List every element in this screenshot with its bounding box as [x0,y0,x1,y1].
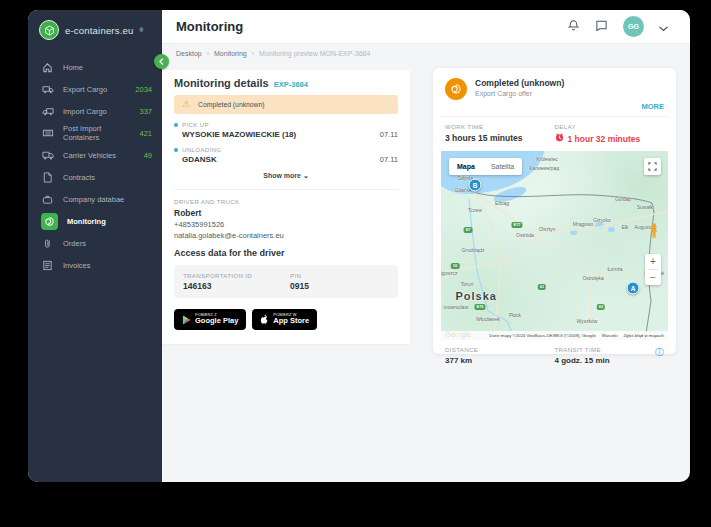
map-fullscreen-button[interactable] [644,158,661,175]
sidebar-item-label: Import Cargo [63,107,107,116]
pickup-label: PICK UP [182,121,209,128]
map-type-satellite-button[interactable]: Satelita [483,163,522,170]
sidebar-item-label: Contracts [63,173,95,182]
import-cargo-icon [41,105,54,118]
transit-time-value: 4 godz. 15 min [555,356,665,365]
access-data-title: Access data for the driver [174,248,398,258]
sidebar-item-contracts[interactable]: Contracts [28,166,162,188]
pickup-location: WYSOKIE MAZOWIECKIE (18) [182,130,296,139]
sidebar-nav: Home Export Cargo 2034 Import Cargo 337 … [28,56,162,276]
map-marker-a[interactable]: A [627,282,640,295]
container-icon [41,127,54,140]
access-data-box: TRANSPORTATION ID 146163 PIN 0915 [174,265,398,298]
show-more-button[interactable]: Show more ⌄ [174,172,398,180]
work-time-label: WORK TIME [445,123,555,130]
info-icon[interactable]: ⓘ [655,348,664,357]
sidebar: e-containers.eu ® Home Export Cargo 2034… [28,10,162,482]
sidebar-item-import-cargo[interactable]: Import Cargo 337 [28,100,162,122]
messages-chat-icon[interactable] [595,18,608,36]
sidebar-item-label: Export Cargo [63,85,107,94]
user-avatar[interactable]: GG [623,16,644,37]
street-view-pegman[interactable] [649,223,659,243]
pin-label: PIN [290,272,309,279]
sidebar-item-label: Home [63,63,83,72]
map-type-control: Mapa Satelita [449,158,522,175]
zoom-in-button[interactable]: + [645,254,661,269]
work-time-value: 3 hours 15 minutes [445,133,555,143]
divider [441,116,668,117]
monitoring-status-icon [445,78,467,100]
breadcrumb-item-desktop[interactable]: Desktop [176,50,202,57]
sidebar-item-label: Company databae [63,195,124,204]
page-title: Monitoring [176,19,243,34]
sidebar-item-invoices[interactable]: Invoices [28,254,162,276]
sidebar-item-company-database[interactable]: Company databae [28,188,162,210]
paperclip-icon [41,237,54,250]
sidebar-item-label: Orders [63,239,86,248]
sidebar-item-carrier-vehicles[interactable]: Carrier Vehicles 49 [28,144,162,166]
sidebar-item-export-cargo[interactable]: Export Cargo 2034 [28,78,162,100]
briefcase-icon [41,193,54,206]
carrier-vehicles-count: 49 [144,151,152,160]
driver-email: natalia.golabek@e-containers.eu [174,231,398,240]
monitoring-details-panel: Monitoring details EXP-3684 ⚠ Completed … [162,70,410,344]
monitoring-icon [41,213,58,230]
app-logo[interactable]: e-containers.eu ® [28,10,162,50]
details-title: Monitoring details [174,77,269,89]
summary-offer-type: Export Cargo offer [475,90,564,97]
sidebar-item-home[interactable]: Home [28,56,162,78]
sidebar-item-label: Monitoring [67,217,106,226]
import-cargo-count: 337 [139,107,152,116]
transit-time-label: TRANSIT TIME [555,346,665,353]
truck-icon [41,149,54,162]
apple-icon [260,311,269,329]
map-marker-b[interactable]: B [469,179,482,192]
map-zoom-control: + − [645,254,661,285]
breadcrumb-item-monitoring[interactable]: Monitoring [214,50,247,57]
distance-value: 377 km [445,356,555,365]
pickup-stop: PICK UP WYSOKIE MAZOWIECKIE (18) 07.11 [174,121,398,139]
pickup-dot-icon [174,123,178,127]
sidebar-item-monitoring[interactable]: Monitoring [28,210,162,232]
google-play-badge-bottom: Google Play [195,317,238,325]
breadcrumb-separator: › [252,50,254,57]
map-attribution: Dane mapy ©2024 GeoBasis-DE/BKG (©2009),… [441,331,668,340]
map-type-map-button[interactable]: Mapa [449,163,483,170]
desktop-background: e-containers.eu ® Home Export Cargo 2034… [0,0,711,527]
divider [174,189,398,190]
notifications-bell-icon[interactable] [567,18,580,36]
driver-phone: +48535991526 [174,220,398,229]
warning-icon: ⚠ [182,100,190,109]
route-map[interactable]: GdyniaGdańskKrólewiecКалининградElblągTc… [441,151,668,340]
unloading-location: GDANSK [182,155,217,164]
content-area: Monitoring details EXP-3684 ⚠ Completed … [162,62,690,482]
sidebar-collapse-button[interactable] [154,54,169,69]
sidebar-item-orders[interactable]: Orders [28,232,162,254]
google-play-icon [182,311,191,329]
distance-label: DISTANCE [445,346,555,353]
sidebar-item-label: Carrier Vehicles [63,151,116,160]
logo-container-icon [39,20,59,40]
unloading-dot-icon [174,148,178,152]
breadcrumb: Desktop › Monitoring › Monitoring previe… [162,44,690,62]
export-cargo-count: 2034 [135,85,152,94]
map-report-link[interactable]: Zgłoś błąd w mapach [623,333,664,338]
summary-status: Completed (unknown) [475,78,564,88]
zoom-out-button[interactable]: − [645,270,661,285]
delay-value: 1 hour 32 minutes [568,134,641,144]
map-data-credit: Dane mapy ©2024 GeoBasis-DE/BKG (©2009),… [489,333,595,338]
pin-value: 0915 [290,281,309,291]
breadcrumb-item-current: Monitoring preview MON-EXP-3684 [259,50,370,57]
sidebar-item-post-import-containers[interactable]: Post Import Containers 421 [28,122,162,144]
sidebar-item-label: Invoices [63,261,91,270]
google-play-badge[interactable]: POBIERZ Z Google Play [174,309,246,330]
post-import-count: 421 [139,129,152,138]
map-terms-link[interactable]: Warunki [602,333,618,338]
offer-reference-link[interactable]: EXP-3684 [274,80,308,89]
driver-section-label: DRIVER AND TRUCK [174,198,398,205]
home-icon [41,61,54,74]
app-store-badge[interactable]: Pobierz w App Store [252,309,317,330]
more-link[interactable]: MORE [441,102,668,111]
user-menu-chevron-down-icon[interactable] [659,18,668,36]
top-bar: Monitoring GG [162,10,690,44]
